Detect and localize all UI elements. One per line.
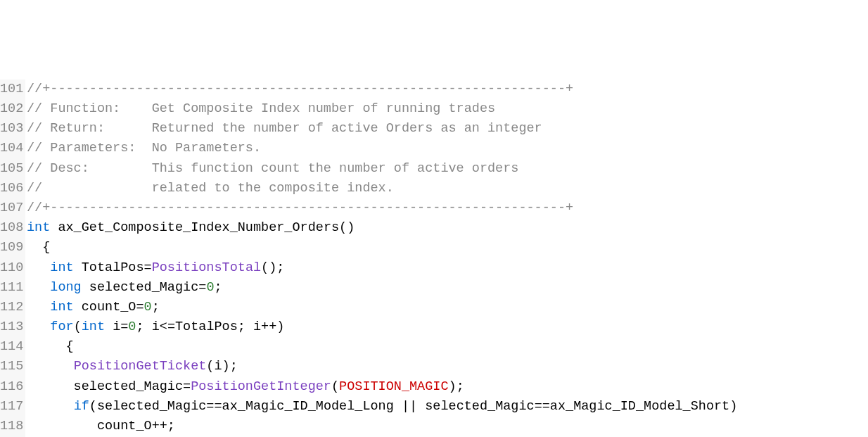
code-line[interactable]: { <box>27 337 868 357</box>
token-text: ; <box>152 300 160 315</box>
line-number: 102 <box>0 99 23 119</box>
token-text: ; <box>214 280 222 295</box>
code-area[interactable]: //+-------------------------------------… <box>25 80 868 437</box>
token-comment: // related to the composite index. <box>27 181 394 196</box>
token-func: PositionGetInteger <box>191 379 331 394</box>
line-number: 118 <box>0 417 23 436</box>
code-editor[interactable]: 1011021031041051061071081091101111121131… <box>0 80 868 437</box>
code-line[interactable]: //+-------------------------------------… <box>27 198 868 218</box>
code-line[interactable]: // Return: Returned the number of active… <box>27 119 868 139</box>
line-number: 103 <box>0 119 23 139</box>
line-number: 117 <box>0 397 23 417</box>
token-text: { <box>27 240 50 255</box>
code-line[interactable]: // Function: Get Composite Index number … <box>27 99 868 119</box>
token-type: int <box>27 220 50 235</box>
token-const: POSITION_MAGIC <box>339 379 448 394</box>
line-number: 114 <box>0 337 23 357</box>
line-number: 107 <box>0 198 23 218</box>
token-func: PositionsTotal <box>152 260 261 275</box>
line-number: 116 <box>0 377 23 397</box>
token-text: { <box>27 339 74 354</box>
token-text <box>27 399 74 414</box>
token-comment: // Return: Returned the number of active… <box>27 121 542 136</box>
token-text: TotalPos= <box>74 260 152 275</box>
token-keyword: if <box>74 399 89 414</box>
code-line[interactable]: if(selected_Magic==ax_Magic_ID_Model_Lon… <box>27 397 868 417</box>
token-text: (i); <box>206 359 237 374</box>
line-number: 105 <box>0 159 23 179</box>
code-line[interactable]: int ax_Get_Composite_Index_Number_Orders… <box>27 218 868 238</box>
token-comment: // Parameters: No Parameters. <box>27 141 261 156</box>
token-number: 0 <box>144 300 152 315</box>
line-number: 109 <box>0 238 23 258</box>
token-text: ( <box>74 319 82 334</box>
token-type: int <box>50 300 73 315</box>
code-line[interactable]: for(int i=0; i<=TotalPos; i++) <box>27 317 868 337</box>
line-number: 106 <box>0 179 23 198</box>
line-number: 115 <box>0 357 23 376</box>
token-text <box>27 280 50 295</box>
code-line[interactable]: // Desc: This function count the number … <box>27 159 868 179</box>
token-comment: //+-------------------------------------… <box>27 201 573 215</box>
token-text: count_O= <box>74 300 144 315</box>
token-type: int <box>82 319 105 334</box>
token-keyword: for <box>50 319 73 334</box>
code-line[interactable]: selected_Magic=PositionGetInteger(POSITI… <box>27 377 868 397</box>
token-number: 0 <box>206 280 214 295</box>
code-line[interactable]: long selected_Magic=0; <box>27 278 868 298</box>
code-line[interactable]: int TotalPos=PositionsTotal(); <box>27 258 868 278</box>
token-text: i= <box>105 319 128 334</box>
token-comment: //+-------------------------------------… <box>27 82 573 96</box>
line-number: 108 <box>0 218 23 238</box>
line-number: 111 <box>0 278 23 298</box>
token-text <box>27 319 50 334</box>
token-text: (selected_Magic==ax_Magic_ID_Model_Long … <box>89 399 737 414</box>
code-line[interactable]: { <box>27 238 868 258</box>
token-type: long <box>50 280 81 295</box>
token-comment: // Function: Get Composite Index number … <box>27 101 495 116</box>
token-text: ( <box>331 379 339 394</box>
token-number: 0 <box>128 319 136 334</box>
code-line[interactable]: count_O++; <box>27 417 868 436</box>
token-func: PositionGetTicket <box>74 359 207 374</box>
token-text: selected_Magic= <box>27 379 191 394</box>
code-line[interactable]: int count_O=0; <box>27 298 868 317</box>
token-comment: // Desc: This function count the number … <box>27 161 518 176</box>
token-text <box>27 300 50 315</box>
code-line[interactable]: //+-------------------------------------… <box>27 80 868 99</box>
token-text: ); <box>449 379 464 394</box>
line-number: 112 <box>0 298 23 317</box>
line-number: 101 <box>0 80 23 99</box>
token-text: count_O++; <box>27 419 175 433</box>
token-text: ax_Get_Composite_Index_Number_Orders() <box>50 220 355 235</box>
token-text: (); <box>261 260 284 275</box>
code-line[interactable]: // Parameters: No Parameters. <box>27 139 868 158</box>
code-line[interactable]: PositionGetTicket(i); <box>27 357 868 376</box>
line-number: 113 <box>0 317 23 337</box>
token-text: ; i<=TotalPos; i++) <box>136 319 284 334</box>
token-text: selected_Magic= <box>82 280 207 295</box>
line-number: 110 <box>0 258 23 278</box>
token-type: int <box>50 260 73 275</box>
line-number: 104 <box>0 139 23 158</box>
code-line[interactable]: // related to the composite index. <box>27 179 868 198</box>
token-text <box>27 260 50 275</box>
line-number-gutter: 1011021031041051061071081091101111121131… <box>0 80 25 437</box>
token-text <box>27 359 74 374</box>
